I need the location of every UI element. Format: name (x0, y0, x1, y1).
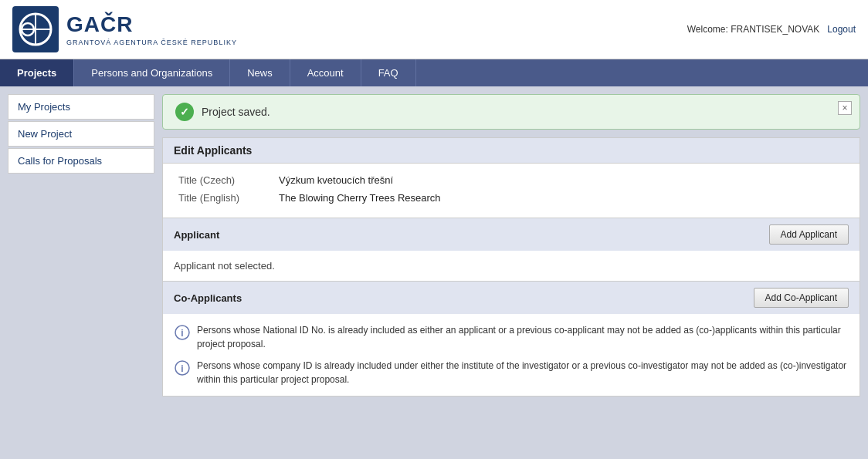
co-note-2: i Persons whose company ID is already in… (174, 359, 849, 386)
content-wrapper: My Projects New Project Calls for Propos… (0, 86, 868, 404)
co-applicant-section-header: Co-Applicants Add Co-Applicant (163, 282, 860, 314)
notification-text: Project saved. (202, 106, 270, 118)
applicant-section-body: Applicant not selected. (163, 251, 860, 281)
add-co-applicant-button[interactable]: Add Co-Applicant (754, 288, 849, 308)
welcome-text: Welcome: FRANTISEK_NOVAK (687, 24, 820, 35)
svg-text:i: i (181, 363, 183, 374)
success-icon: ✓ (175, 103, 194, 121)
header: GAČR Grantová agentura České republiky W… (0, 0, 868, 59)
co-applicant-section-title: Co-Applicants (174, 292, 242, 304)
applicant-section-header: Applicant Add Applicant (163, 218, 860, 251)
svg-text:i: i (181, 328, 183, 339)
title-english-value: The Blowing Cherry Trees Research (279, 192, 441, 204)
edit-panel-title: Edit Applicants (163, 138, 860, 164)
logout-link[interactable]: Logout (827, 24, 856, 35)
logo-icon (12, 6, 59, 52)
nav-tab-faq[interactable]: FAQ (361, 59, 416, 86)
edit-applicants-panel: Edit Applicants Title (Czech) Výzkum kve… (162, 137, 860, 397)
project-info: Title (Czech) Výzkum kvetoucích třešní T… (163, 164, 860, 218)
title-english-row: Title (English) The Blowing Cherry Trees… (178, 192, 844, 204)
sidebar-item-calls[interactable]: Calls for Proposals (8, 148, 154, 174)
co-applicant-section: Co-Applicants Add Co-Applicant i Persons… (163, 281, 860, 396)
main-content: ✓ Project saved. × Edit Applicants Title… (162, 94, 860, 397)
co-note-2-text: Persons whose company ID is already incl… (197, 359, 849, 386)
info-icon-2: i (174, 359, 191, 376)
sidebar-item-my-projects[interactable]: My Projects (8, 94, 154, 120)
applicant-not-selected-text: Applicant not selected. (174, 260, 275, 272)
nav-tab-news[interactable]: News (230, 59, 290, 86)
nav-bar: Projects Persons and Organizations News … (0, 59, 868, 86)
title-czech-label: Title (Czech) (178, 174, 279, 186)
title-czech-row: Title (Czech) Výzkum kvetoucích třešní (178, 174, 844, 186)
applicant-section: Applicant Add Applicant Applicant not se… (163, 218, 860, 281)
user-bar: Welcome: FRANTISEK_NOVAK Logout (687, 24, 856, 35)
add-applicant-button[interactable]: Add Applicant (769, 224, 849, 245)
title-english-label: Title (English) (178, 192, 279, 204)
sidebar: My Projects New Project Calls for Propos… (8, 94, 154, 397)
notification-banner: ✓ Project saved. × (162, 94, 860, 130)
logo-name: GAČR (66, 12, 237, 37)
applicant-section-title: Applicant (174, 229, 219, 241)
co-note-1-text: Persons whose National ID No. is already… (197, 323, 849, 351)
co-note-1: i Persons whose National ID No. is alrea… (174, 323, 849, 351)
nav-tab-projects[interactable]: Projects (0, 59, 74, 86)
co-applicant-section-body: i Persons whose National ID No. is alrea… (163, 314, 860, 396)
title-czech-value: Výzkum kvetoucích třešní (279, 174, 393, 186)
sidebar-item-new-project[interactable]: New Project (8, 121, 154, 147)
info-icon-1: i (174, 324, 191, 341)
notification-close-button[interactable]: × (838, 101, 852, 115)
nav-tab-persons[interactable]: Persons and Organizations (74, 59, 230, 86)
logo-subtitle: Grantová agentura České republiky (66, 39, 237, 46)
nav-tab-account[interactable]: Account (290, 59, 361, 86)
logo-area: GAČR Grantová agentura České republiky (12, 6, 237, 52)
